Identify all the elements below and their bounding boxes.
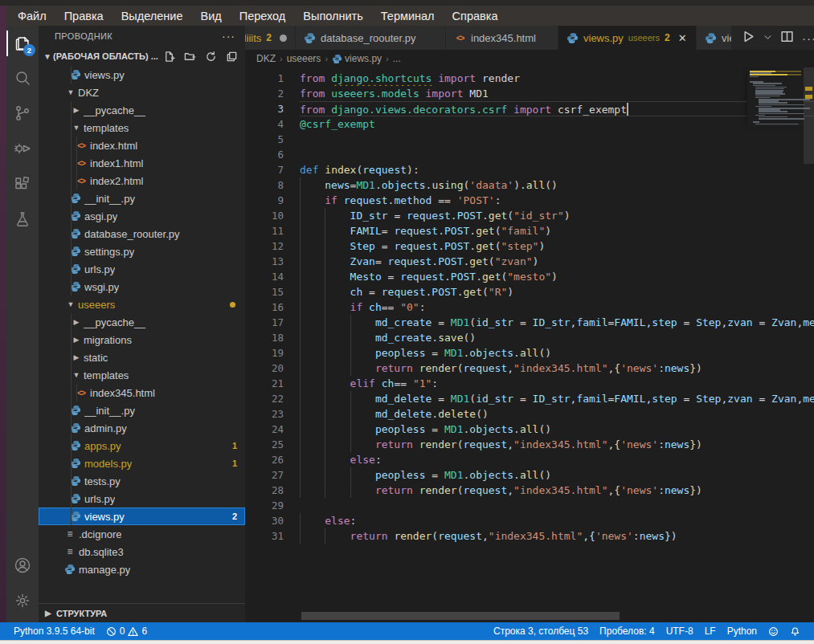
breadcrumb-item-DKZ[interactable]: DKZ xyxy=(256,53,276,64)
code-line-6[interactable]: 6 xyxy=(245,147,814,162)
tree-file-views.py[interactable]: views.py xyxy=(39,66,245,84)
breadcrumb-item-views.py[interactable]: views.py xyxy=(345,53,382,64)
menu-Правка[interactable]: Правка xyxy=(56,8,112,24)
tab-index345.html-2[interactable]: <>index345.html xyxy=(446,26,558,50)
activity-settings[interactable] xyxy=(6,584,39,619)
code-line-17[interactable]: 17md_create = MD1(id_str = ID_str,famil=… xyxy=(245,315,814,330)
menu-Терминал[interactable]: Терминал xyxy=(373,8,443,24)
tree-file-index.html[interactable]: <>index.html xyxy=(39,137,245,154)
tree-folder-useeers[interactable]: ▼useeers xyxy=(39,296,245,313)
tab-views.py-4[interactable]: views.py xyxy=(697,26,732,50)
code-line-1[interactable]: 1from django.shortcuts import render xyxy=(245,71,814,86)
code-line-20[interactable]: 20return render(request,"index345.html",… xyxy=(245,361,814,376)
refresh-explorer-button[interactable] xyxy=(203,49,218,63)
code-line-4[interactable]: 4@csrf_exempt xyxy=(245,116,814,132)
menu-Выполнить[interactable]: Выполнить xyxy=(295,8,370,24)
status-UTF-8[interactable]: UTF-8 xyxy=(661,626,699,637)
status-Python[interactable]: Python xyxy=(722,626,763,637)
code-line-22[interactable]: 22md_delete = MD1(id_str = ID_str,famil=… xyxy=(245,391,814,406)
code-line-31[interactable]: 31return render(request,"index345.html",… xyxy=(245,528,814,544)
code-line-27[interactable]: 27peopless = MD1.objects.all() xyxy=(245,467,814,483)
code-line-19[interactable]: 19peopless = MD1.objects.all() xyxy=(245,345,814,361)
problems-status[interactable]: 06 xyxy=(100,622,153,640)
code-line-28[interactable]: 28return render(request,"index345.html",… xyxy=(245,483,814,498)
code-line-5[interactable]: 5 xyxy=(245,132,814,147)
tab-views.py-3[interactable]: views.pyuseeers2✕ xyxy=(558,26,697,50)
workspace-section-header[interactable]: ▼ (РАБОЧАЯ ОБЛАСТЬ) ... xyxy=(39,47,245,66)
tree-file-.dcignore[interactable]: ≡.dcignore xyxy=(39,525,245,543)
tree-file-models.py[interactable]: models.py1 xyxy=(39,454,245,472)
code-line-11[interactable]: 11FAMIL= request.POST.get("famil") xyxy=(245,223,814,238)
tree-folder-templates[interactable]: ▼templates xyxy=(39,366,245,384)
code-line-29[interactable]: 29 xyxy=(245,498,814,513)
tree-file-index1.html[interactable]: <>index1.html xyxy=(39,154,245,172)
run-dropdown-icon[interactable] xyxy=(763,32,772,44)
more-actions-icon[interactable]: ··· xyxy=(222,30,235,43)
tree-file-views.py[interactable]: views.py2 xyxy=(39,507,245,525)
tab-database_roouter.py-1[interactable]: database_roouter.py xyxy=(296,26,446,50)
status-LF[interactable]: LF xyxy=(699,626,722,637)
split-editor-button[interactable] xyxy=(780,30,794,46)
code-line-26[interactable]: 26else: xyxy=(245,452,814,467)
tree-file-urls.py[interactable]: urls.py xyxy=(39,260,245,278)
menu-Файл[interactable]: Файл xyxy=(10,8,55,24)
tree-file-index2.html[interactable]: <>index2.html xyxy=(39,172,245,190)
code-line-12[interactable]: 12Step = request.POST.get("step") xyxy=(245,238,814,254)
code-line-14[interactable]: 14Mesto = request.POST.get("mesto") xyxy=(245,269,814,284)
status-Строка-3-столбец-53[interactable]: Строка 3, столбец 53 xyxy=(488,626,594,637)
tree-file-wsgi.py[interactable]: wsgi.py xyxy=(39,278,245,296)
code-line-21[interactable]: 21elif ch== "1": xyxy=(245,376,814,391)
activity-testing[interactable] xyxy=(6,202,39,238)
interpreter-status[interactable]: Python 3.9.5 64-bit xyxy=(8,622,100,640)
tree-file-__init__.py[interactable]: __init__.py xyxy=(39,190,245,207)
code-line-24[interactable]: 24peopless = MD1.objects.all() xyxy=(245,422,814,437)
menu-Справка[interactable]: Справка xyxy=(444,8,506,24)
breadcrumb-item-...[interactable]: ... xyxy=(393,53,401,64)
notifications-bell-button[interactable] xyxy=(784,626,806,637)
new-file-button[interactable] xyxy=(162,49,176,63)
menu-Выделение[interactable]: Выделение xyxy=(113,8,191,24)
collapse-folders-button[interactable] xyxy=(224,49,239,63)
tree-file-asgi.py[interactable]: asgi.py xyxy=(39,207,245,225)
tree-file-index345.html[interactable]: <>index345.html xyxy=(39,384,245,401)
code-line-9[interactable]: 9if request.method == 'POST': xyxy=(245,193,814,208)
tree-folder-__pycache__[interactable]: ▶__pycache__ xyxy=(39,313,245,331)
tree-file-database_roouter.py[interactable]: database_roouter.py xyxy=(39,225,245,243)
tree-file-manage.py[interactable]: manage.py xyxy=(39,560,245,578)
tree-folder-migrations[interactable]: ▶migrations xyxy=(39,331,245,348)
code-line-16[interactable]: 16if ch== "0": xyxy=(245,300,814,315)
code-line-10[interactable]: 10ID_str = request.POST.get("id_str") xyxy=(245,208,814,223)
minimap[interactable] xyxy=(747,69,804,127)
activity-account[interactable] xyxy=(6,548,39,584)
feedback-button[interactable] xyxy=(763,626,784,637)
code-line-25[interactable]: 25return render(request,"index345.html",… xyxy=(245,437,814,452)
code-line-2[interactable]: 2from useeers.models import MD1 xyxy=(245,86,814,101)
horizontal-scrollbar-thumb[interactable] xyxy=(301,612,620,620)
code-line-8[interactable]: 8news=MD1.objects.using('daata').all() xyxy=(245,177,814,193)
tree-folder-static[interactable]: ▶static xyxy=(39,348,245,366)
tree-folder-DKZ[interactable]: ▼DKZ xyxy=(39,84,245,101)
new-folder-button[interactable] xyxy=(182,49,197,63)
tree-file-db.sqlite3[interactable]: ≡db.sqlite3 xyxy=(39,543,245,560)
code-line-30[interactable]: 30else: xyxy=(245,513,814,528)
code-editor[interactable]: 1from django.shortcuts import render2fro… xyxy=(245,67,814,622)
activity-explorer[interactable]: 2 xyxy=(6,26,39,61)
tree-file-urls.py[interactable]: urls.py xyxy=(39,490,245,507)
tree-file-apps.py[interactable]: apps.py1 xyxy=(39,437,245,454)
tree-folder-__pycache__[interactable]: ▶__pycache__ xyxy=(39,101,245,119)
menu-Вид[interactable]: Вид xyxy=(192,8,229,24)
code-line-15[interactable]: 15ch = request.POST.get("R") xyxy=(245,284,814,300)
scrollbar-thumb[interactable] xyxy=(804,67,814,164)
outline-section-header[interactable]: ▶ СТРУКТУРА xyxy=(39,603,245,622)
activity-run-debug[interactable] xyxy=(6,132,39,167)
activity-source-control[interactable] xyxy=(6,96,39,132)
close-tab-icon[interactable]: ✕ xyxy=(678,32,687,44)
tab-diiits-0[interactable]: diiits2 xyxy=(245,26,296,50)
editor-scrollbar[interactable] xyxy=(804,67,814,622)
tree-folder-templates[interactable]: ▼templates xyxy=(39,119,245,137)
code-line-7[interactable]: 7def index(request): xyxy=(245,162,814,177)
code-line-3[interactable]: 3from django.views.decorators.csrf impor… xyxy=(245,101,814,116)
code-line-23[interactable]: 23md_delete.delete() xyxy=(245,406,814,422)
breadcrumb-item-useeers[interactable]: useeers xyxy=(287,53,321,64)
code-line-13[interactable]: 13Zvan= request.POST.get("zvan") xyxy=(245,254,814,269)
